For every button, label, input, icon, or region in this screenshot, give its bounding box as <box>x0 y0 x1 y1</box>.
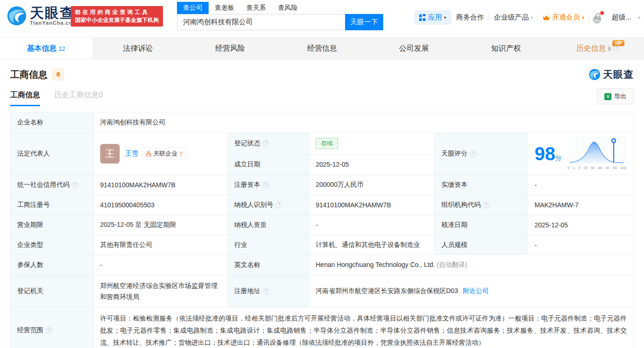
search-tabs: 查公司 查老板 查关系 查风险 <box>177 2 383 14</box>
tab-basic-info-label: 基本信息 <box>27 44 57 54</box>
status-badge: 存续 <box>316 138 338 149</box>
scope-value: 许可项目：检验检测服务（依法须经批准的项目，经相关部门批准后方可开展经营活动，具… <box>94 307 634 348</box>
subtab-history-business-info[interactable]: 历史工商信息0 <box>54 90 103 106</box>
menu-business-coop[interactable]: 商务合作 <box>451 13 488 22</box>
search-input[interactable] <box>177 14 345 30</box>
notification-dot <box>600 11 604 15</box>
business-info-table: 企业名称 河南鸿创科技有限公司 法定代表人 王 王雪 <box>10 112 634 348</box>
reg-status-label: 登记状态? <box>228 133 309 155</box>
section-watermark-logo: 天眼查 <box>589 68 634 81</box>
tab-intellectual-property[interactable]: 知识产权 <box>460 38 552 59</box>
tianyancha-logo-icon <box>589 68 601 81</box>
credit-code-value: 91410100MAK2HAMW7B <box>94 175 228 195</box>
industry-value: 计算机、通信和其他电子设备制造业 <box>309 235 435 255</box>
menu-user-label: 超级... <box>611 13 631 22</box>
tab-history-label: 历史信息 <box>576 44 606 54</box>
biz-term-value: 2025-12-05 至 无固定期限 <box>94 215 228 235</box>
score-value: 98分 <box>535 144 562 163</box>
tab-count: 12 <box>59 45 65 52</box>
tab-legal-lawsuit[interactable]: 法律诉讼 <box>92 38 184 59</box>
slogan-badge: 都在用的商业查询工具 国家中小企业发展子基金旗下机构 <box>71 6 163 27</box>
tab-operation-info[interactable]: 经营信息 <box>276 38 368 59</box>
top-menu: 应用 ▾ 商务合作 企业级产品 ▾ 开通会员 ▾ 超级... <box>414 10 640 25</box>
table-row: 企业名称 河南鸿创科技有限公司 <box>11 112 634 133</box>
tab-operation-risk[interactable]: 经营风险 <box>184 38 276 59</box>
related-companies-label: 关联企业 <box>153 150 177 158</box>
paid-capital-label: 实缴资本 <box>435 175 528 195</box>
reg-authority-label: 登记机关 <box>11 275 94 307</box>
legal-rep-avatar[interactable]: 王 <box>100 144 120 164</box>
table-row: 参保人数 - 英文名称 Henan Hongchuang Technology … <box>11 255 634 275</box>
tab-ip-label: 知识产权 <box>491 44 521 54</box>
reg-number-value: 410195000405503 <box>94 195 228 215</box>
tianyancha-logo[interactable]: 天眼查 TianYanCha.com <box>7 6 77 26</box>
legal-rep-label: 法定代表人 <box>11 133 94 175</box>
nearby-companies-link[interactable]: 附近公司 <box>463 287 489 294</box>
chart-x-ticks: 01 315 5085 9799 100 <box>567 166 627 170</box>
tab-dev-label: 公司发展 <box>399 44 429 54</box>
score-distribution-chart[interactable]: 01 315 5085 9799 100 <box>567 137 627 170</box>
score-number: 98 <box>535 143 556 164</box>
help-icon[interactable]: ? <box>483 202 489 208</box>
business-info-section: 工商信息 天眼查 工商信息 历史工商信息0 X 导出 <box>0 68 644 348</box>
tab-op-info-label: 经营信息 <box>307 44 337 54</box>
search-tab-boss[interactable]: 查老板 <box>209 2 240 14</box>
help-icon[interactable]: ? <box>263 140 269 147</box>
notification-bell-icon[interactable] <box>589 13 607 22</box>
help-icon[interactable]: ? <box>276 202 282 208</box>
search-tab-risk[interactable]: 查风险 <box>272 2 304 14</box>
help-icon[interactable]: ? <box>470 150 476 157</box>
staff-size-label: 人员规模 <box>435 235 528 255</box>
subscribe-bell-icon[interactable] <box>52 68 64 81</box>
tab-history-info[interactable]: 历史信息 6 ? VIP <box>552 38 644 59</box>
menu-vip-label: 开通会员 <box>552 13 580 22</box>
english-name-text: Henan Hongchuang Technology Co., Ltd. <box>316 261 435 268</box>
help-icon[interactable]: ? <box>72 182 78 188</box>
english-name-label: 英文名称 <box>228 255 309 275</box>
section-title: 工商信息 <box>10 68 47 81</box>
subtab-business-info[interactable]: 工商信息 <box>10 90 40 106</box>
tab-basic-info[interactable]: 基本信息 12 <box>0 38 92 59</box>
table-row: 工商注册号 410195000405503 纳税人识别号? 91410100MA… <box>11 195 634 215</box>
related-companies-button[interactable]: 关联企业 7 <box>142 148 186 160</box>
slogan-line2: 国家中小企业发展子基金旗下机构 <box>75 16 159 24</box>
taxpayer-id-value: 91410100MAK2HAMW7B <box>309 195 435 215</box>
org-code-value: MAK2HAMW-7 <box>528 195 634 215</box>
table-row: 统一社会信用代码? 91410100MAK2HAMW7B 注册资本? 20000… <box>11 175 634 195</box>
menu-enterprise-product[interactable]: 企业级产品 ▾ <box>489 13 537 22</box>
chevron-down-icon[interactable]: ▾ <box>638 15 640 20</box>
company-name-label: 企业名称 <box>11 112 94 133</box>
approval-date-value: 2025-12-05 <box>528 215 634 235</box>
export-button[interactable]: X 导出 <box>597 89 634 104</box>
legal-rep-name-link[interactable]: 王雪 <box>125 150 138 158</box>
top-header: 天眼查 TianYanCha.com 都在用的商业查询工具 国家中小企业发展子基… <box>0 0 644 37</box>
vip-badge: VIP <box>612 40 624 46</box>
menu-open-vip[interactable]: 开通会员 ▾ <box>538 13 589 22</box>
help-icon[interactable]: ? <box>46 327 52 334</box>
help-icon[interactable]: ? <box>263 182 269 188</box>
search-button[interactable]: 天眼一下 <box>345 14 383 30</box>
tab-company-development[interactable]: 公司发展 <box>368 38 460 59</box>
menu-apps[interactable]: 应用 ▾ <box>414 10 451 25</box>
help-icon[interactable]: ? <box>613 45 620 52</box>
menu-user[interactable]: 超级... <box>607 13 636 22</box>
auto-translate-note: (自动翻译) <box>437 261 467 268</box>
crown-icon <box>542 14 550 21</box>
table-row: 经营范围? 许可项目：检验检测服务（依法须经批准的项目，经相关部门批准后方可开展… <box>11 307 634 348</box>
company-name-value: 河南鸿创科技有限公司 <box>94 112 634 133</box>
help-icon[interactable]: ? <box>263 288 269 294</box>
credit-code-label: 统一社会信用代码? <box>11 175 94 195</box>
taxpayer-quality-label: 纳税人资质 <box>228 215 309 235</box>
search-tab-company[interactable]: 查公司 <box>177 2 209 14</box>
table-row: 营业期限 2025-12-05 至 无固定期限 纳税人资质 - 核准日期 202… <box>11 215 634 235</box>
apps-grid-icon <box>419 14 426 21</box>
taxpayer-quality-value: - <box>309 215 435 235</box>
reg-capital-value: 200000万人民币 <box>309 175 435 195</box>
paid-capital-value: - <box>528 175 634 195</box>
watermark-text: 天眼查 <box>603 68 634 81</box>
slogan-line1: 都在用的商业查询工具 <box>75 8 159 16</box>
table-row: 企业类型 其他有限责任公司 行业 计算机、通信和其他电子设备制造业 人员规模 - <box>11 235 634 255</box>
score-unit: 分 <box>556 154 562 162</box>
search-tab-relation[interactable]: 查关系 <box>240 2 272 14</box>
address-text: 河南省郑州市航空港区长安路东侧综合保税区D03 <box>316 287 458 294</box>
